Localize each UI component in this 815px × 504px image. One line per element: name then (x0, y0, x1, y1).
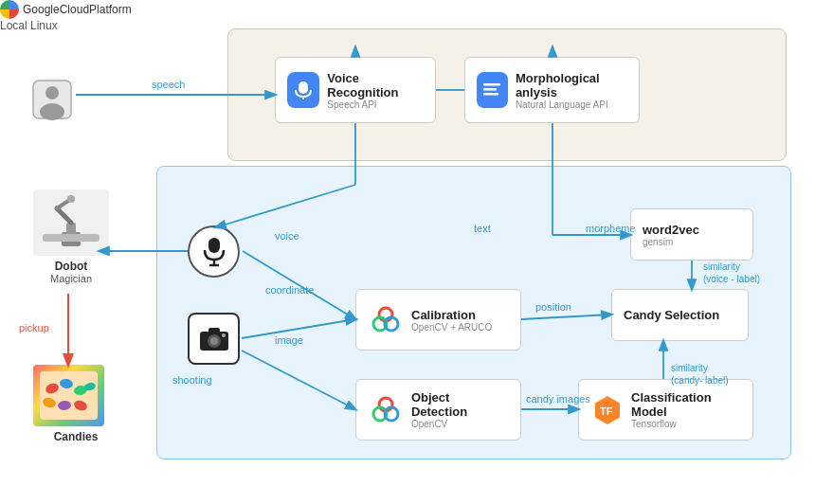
tensorflow-icon: TF (590, 392, 624, 428)
opencv-calibration-icon (368, 302, 404, 338)
calibration-title: Calibration (411, 308, 492, 322)
classification-title: Classification Model (631, 390, 741, 419)
svg-rect-22 (40, 371, 98, 420)
classification-subtitle: Tensorflow (631, 419, 741, 429)
morph-title: Morphological anlysis (516, 71, 627, 99)
camera-icon (199, 326, 229, 352)
classification-node: TF Classification Model Tensorflow (578, 379, 753, 441)
svg-rect-30 (208, 238, 220, 253)
svg-point-20 (67, 195, 75, 203)
voice-recognition-subtitle: Speech API (327, 99, 424, 110)
dobot-icon (38, 194, 104, 251)
dobot-node: Dobot Magician (24, 189, 118, 284)
object-detection-subtitle: OpenCV (411, 419, 509, 429)
voice-recognition-icon (287, 72, 319, 108)
word2vec-node: word2vec gensim (630, 208, 753, 261)
dobot-image (33, 189, 109, 256)
svg-rect-3 (299, 81, 308, 94)
person-icon (28, 76, 76, 123)
gcp-logo-icon (0, 0, 19, 19)
gcp-label: GoogleCloudPlatform (0, 0, 815, 19)
svg-text:TF: TF (600, 405, 613, 417)
candies-icon (38, 369, 100, 422)
word2vec-subtitle: gensim (643, 237, 699, 247)
morph-icon (477, 72, 508, 108)
pickup-label: pickup (19, 322, 49, 333)
word2vec-title: word2vec (643, 223, 699, 237)
candy-selection-node: Candy Selection (611, 289, 749, 341)
opencv-detection-icon (368, 392, 404, 428)
voice-recognition-title: Voice Recognition (327, 71, 424, 99)
candies-label: Candies (33, 430, 118, 443)
svg-rect-6 (483, 88, 497, 91)
microphone-node (188, 225, 240, 278)
svg-point-2 (40, 103, 64, 120)
svg-rect-7 (483, 93, 498, 96)
svg-point-35 (210, 337, 218, 345)
svg-line-18 (57, 208, 71, 223)
svg-rect-5 (483, 83, 500, 86)
svg-rect-21 (43, 234, 100, 242)
speech-label: speech (152, 79, 185, 90)
microphone-icon (201, 237, 227, 267)
object-detection-node: Object Detection OpenCV (355, 379, 521, 441)
calibration-subtitle: OpenCV + ARUCO (411, 322, 492, 333)
morph-analysis-node: Morphological anlysis Natural Language A… (464, 57, 640, 123)
svg-point-37 (222, 333, 226, 337)
diagram-container: GoogleCloudPlatform Local Linux Voice Re… (0, 0, 815, 504)
candies-node: Candies (33, 365, 118, 443)
object-detection-title: Object Detection (411, 390, 509, 419)
calibration-node: Calibration OpenCV + ARUCO (355, 289, 521, 351)
candy-selection-title: Candy Selection (624, 308, 719, 322)
morph-subtitle: Natural Language API (516, 99, 627, 110)
gcp-label-text: GoogleCloudPlatform (23, 3, 132, 16)
person-node (28, 76, 76, 127)
candies-image (33, 365, 104, 426)
dobot-subtitle: Magician (24, 273, 118, 284)
svg-point-1 (45, 86, 59, 99)
dobot-title: Dobot (24, 260, 118, 273)
voice-recognition-node: Voice Recognition Speech API (275, 57, 436, 123)
svg-rect-36 (208, 328, 220, 333)
camera-node (188, 313, 240, 365)
